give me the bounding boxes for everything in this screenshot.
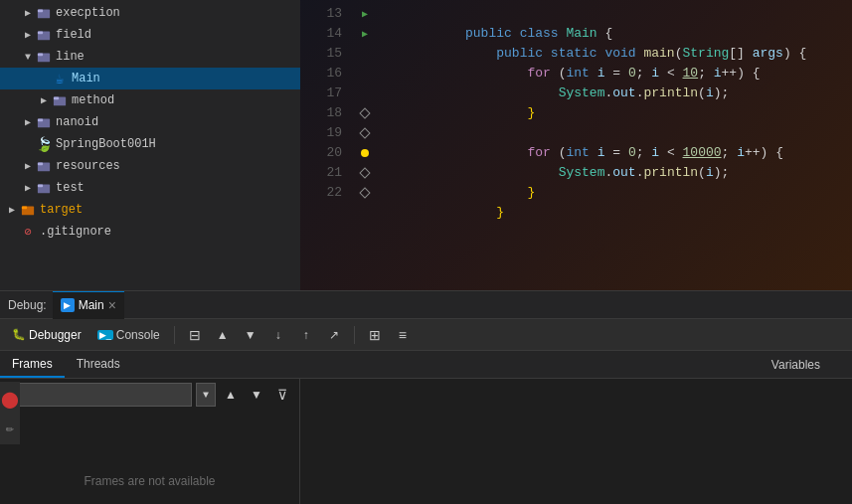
debugger-icon: 🐛: [12, 328, 26, 341]
toolbar-pause-btn[interactable]: ▼: [239, 323, 262, 347]
code-lines-area[interactable]: public class Main { public static void m…: [380, 0, 852, 290]
toolbar-settings-btn[interactable]: ≡: [391, 323, 415, 347]
token: [465, 205, 496, 220]
folder-icon-resources: [36, 158, 52, 174]
token: out: [612, 85, 635, 100]
ln-16: 16: [300, 64, 350, 84]
frames-nav-up[interactable]: ▲: [220, 384, 242, 406]
gutter-21: [350, 163, 380, 183]
frames-panel: ▼ ▲ ▼ ⊽ Frames are not available: [0, 379, 300, 504]
token: =: [604, 66, 627, 81]
tree-arrow-nanoid: [20, 114, 36, 130]
gutter-22: [350, 183, 380, 203]
toolbar-stop-btn[interactable]: ↓: [266, 323, 290, 347]
gutter-17: [350, 84, 380, 103]
tree-arrow-line: [20, 49, 36, 65]
variables-panel: [300, 379, 852, 504]
toolbar-run-cursor-btn[interactable]: ↗: [322, 323, 346, 347]
token: println: [643, 85, 698, 100]
debug-title-bar: Debug: ▶ Main ×: [0, 291, 852, 319]
tree-item-field[interactable]: field: [0, 24, 300, 46]
line-numbers: 13 14 15 16 17 18 19 20 21 22: [300, 0, 350, 290]
svg-rect-1: [38, 10, 43, 13]
frames-filter-btn[interactable]: ⊽: [271, 384, 293, 406]
token: for: [527, 145, 550, 160]
threads-tab[interactable]: Threads: [65, 351, 132, 378]
frames-dropdown-arrow[interactable]: ▼: [196, 383, 216, 407]
toolbar-evaluate-btn[interactable]: ⊞: [363, 323, 387, 347]
springboot-icon: 🍃: [36, 136, 52, 152]
gitignore-icon: ⊘: [20, 224, 36, 240]
code-line-13: public class Main {: [388, 4, 844, 24]
debug-content: ▼ ▲ ▼ ⊽ Frames are not available: [0, 379, 852, 504]
debug-sub-tab-bar: Frames Threads Variables: [0, 351, 852, 379]
token: public: [496, 46, 551, 61]
tree-item-resources[interactable]: resources: [0, 155, 300, 177]
tree-item-method[interactable]: method: [0, 89, 300, 111]
debug-session-close[interactable]: ×: [108, 297, 116, 313]
code-line-19: for (int i = 0; i < 10000; i++) {: [388, 123, 844, 143]
tree-item-nanoid[interactable]: nanoid: [0, 111, 300, 133]
code-editor[interactable]: 13 14 15 16 17 18 19 20 21 22 ▶ ▶: [300, 0, 852, 290]
resume-icon: ▲: [217, 328, 229, 342]
threads-tab-label: Threads: [77, 357, 120, 371]
breakpoint-diamond-21: [359, 167, 370, 178]
token: (: [698, 165, 706, 180]
svg-rect-7: [54, 97, 59, 100]
token: }: [527, 105, 535, 120]
frames-tab-label: Frames: [12, 357, 53, 371]
debug-session-tab[interactable]: ▶ Main ×: [53, 291, 124, 319]
console-tab-btn[interactable]: ▶_ Console: [91, 323, 166, 347]
tree-item-test[interactable]: test: [0, 177, 300, 199]
ln-21: 21: [300, 163, 350, 183]
code-content: 13 14 15 16 17 18 19 20 21 22 ▶ ▶: [300, 0, 852, 290]
folder-icon-test: [36, 180, 52, 196]
toolbar-step-out-btn[interactable]: ↑: [294, 323, 318, 347]
token: String: [683, 46, 730, 61]
token: 0: [628, 145, 636, 160]
token: (: [551, 66, 567, 81]
rerun-icon: ⊟: [189, 327, 201, 343]
variables-label: Variables: [756, 358, 836, 372]
token: );: [714, 85, 730, 100]
svg-rect-13: [38, 185, 43, 188]
tree-item-main[interactable]: ☕ Main: [0, 68, 300, 89]
pause-icon: ▼: [245, 328, 256, 342]
svg-rect-5: [38, 54, 43, 57]
token: i: [706, 85, 714, 100]
toolbar-rerun-btn[interactable]: ⊟: [183, 323, 207, 347]
run-arrow-14: ▶: [362, 28, 368, 40]
folder-icon-field: [36, 27, 52, 43]
token: i: [714, 66, 722, 81]
token: =: [604, 145, 627, 160]
gutter-20: [350, 143, 380, 163]
stop-dot-icon[interactable]: ⬤: [1, 390, 19, 410]
run-cursor-icon: ↗: [329, 328, 339, 342]
tree-arrow-test: [20, 180, 36, 196]
frames-nav-down[interactable]: ▼: [246, 384, 267, 406]
tree-label-main: Main: [72, 72, 100, 85]
toolbar-resume-btn[interactable]: ▲: [211, 323, 235, 347]
token: ++) {: [722, 66, 761, 81]
token: i: [706, 165, 714, 180]
tree-item-springboot[interactable]: 🍃 SpringBoot001H: [0, 133, 300, 155]
ln-18: 18: [300, 103, 350, 123]
token: [465, 85, 559, 100]
token: [465, 66, 527, 81]
tree-item-line[interactable]: line: [0, 46, 300, 68]
frames-dropdown[interactable]: [6, 383, 192, 407]
frames-tab[interactable]: Frames: [0, 351, 65, 378]
debugger-tab-btn[interactable]: 🐛 Debugger: [6, 323, 87, 347]
tree-arrow-exception: [20, 5, 36, 21]
breakpoint-diamond-22: [359, 187, 370, 198]
token: ;: [636, 145, 652, 160]
token: int: [566, 145, 596, 160]
console-label: Console: [116, 328, 160, 342]
pencil-icon[interactable]: ✏: [6, 420, 14, 436]
tree-item-gitignore[interactable]: ⊘ .gitignore: [0, 221, 300, 243]
svg-rect-11: [38, 163, 43, 166]
tree-item-target[interactable]: target: [0, 199, 300, 221]
main-area: execption field line ☕ Main: [0, 0, 852, 290]
frames-empty-area: Frames are not available: [0, 411, 299, 504]
tree-item-exception[interactable]: execption: [0, 2, 300, 24]
